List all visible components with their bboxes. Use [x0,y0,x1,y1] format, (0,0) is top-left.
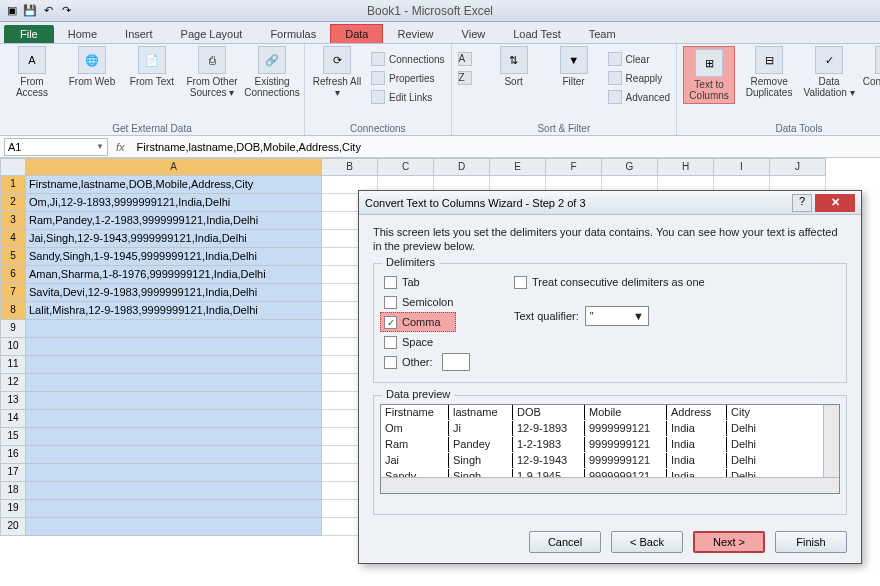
from-web-button[interactable]: 🌐From Web [66,46,118,98]
cell[interactable] [26,428,322,446]
from-text-button[interactable]: 📄From Text [126,46,178,98]
cell[interactable]: Firstname,lastname,DOB,Mobile,Address,Ci… [26,176,322,194]
cell[interactable] [26,464,322,482]
sort-az-button[interactable]: A [458,50,480,68]
col-header[interactable]: I [714,158,770,176]
text-qualifier-select[interactable]: "▼ [585,306,649,326]
cell[interactable] [26,320,322,338]
horizontal-scrollbar[interactable] [381,477,839,493]
cell[interactable] [26,518,322,536]
checkbox-icon[interactable] [384,356,397,369]
from-other-sources-button[interactable]: ⎙From Other Sources ▾ [186,46,238,98]
data-validation-button[interactable]: ✓Data Validation ▾ [803,46,855,104]
chevron-down-icon[interactable]: ▼ [633,310,644,322]
tab-review[interactable]: Review [383,25,447,43]
checkbox-icon[interactable] [514,276,527,289]
row-header[interactable]: 14 [0,410,26,428]
cell[interactable] [26,338,322,356]
col-header[interactable]: F [546,158,602,176]
clear-button[interactable]: Clear [608,50,670,68]
reapply-button[interactable]: Reapply [608,69,670,87]
checkbox-icon[interactable]: ✓ [384,316,397,329]
filter-button[interactable]: ▼Filter [548,46,600,106]
checkbox-icon[interactable] [384,276,397,289]
remove-duplicates-button[interactable]: ⊟Remove Duplicates [743,46,795,104]
cell[interactable]: Sandy,Singh,1-9-1945,9999999121,India,De… [26,248,322,266]
chevron-down-icon[interactable]: ▼ [96,142,104,151]
tab-formulas[interactable]: Formulas [256,25,330,43]
col-header[interactable]: J [770,158,826,176]
save-icon[interactable]: 💾 [22,3,38,19]
properties-button[interactable]: Properties [371,69,445,87]
cancel-button[interactable]: Cancel [529,531,601,553]
row-header[interactable]: 1 [0,176,26,194]
space-checkbox-row[interactable]: Space [384,332,836,352]
tab-view[interactable]: View [448,25,500,43]
other-delimiter-input[interactable] [442,353,470,371]
connections-button[interactable]: Connections [371,50,445,68]
row-header[interactable]: 15 [0,428,26,446]
tab-load-test[interactable]: Load Test [499,25,575,43]
next-button[interactable]: Next > [693,531,765,553]
advanced-button[interactable]: Advanced [608,88,670,106]
col-header[interactable]: D [434,158,490,176]
col-header[interactable]: G [602,158,658,176]
row-header[interactable]: 11 [0,356,26,374]
col-header[interactable]: B [322,158,378,176]
col-header[interactable]: E [490,158,546,176]
col-header[interactable]: C [378,158,434,176]
cell[interactable] [26,392,322,410]
row-header[interactable]: 17 [0,464,26,482]
back-button[interactable]: < Back [611,531,683,553]
close-button[interactable]: ✕ [815,194,855,212]
fx-icon[interactable]: fx [116,141,125,153]
row-header[interactable]: 7 [0,284,26,302]
row-header[interactable]: 18 [0,482,26,500]
other-checkbox-row[interactable]: Other: [384,352,836,372]
tab-insert[interactable]: Insert [111,25,167,43]
col-header[interactable]: A [26,158,322,176]
sort-button[interactable]: ⇅Sort [488,46,540,106]
redo-icon[interactable]: ↷ [58,3,74,19]
row-header[interactable]: 4 [0,230,26,248]
col-header[interactable]: H [658,158,714,176]
checkbox-icon[interactable] [384,336,397,349]
tab-page-layout[interactable]: Page Layout [167,25,257,43]
select-all-corner[interactable] [0,158,26,176]
cell[interactable] [26,374,322,392]
existing-connections-button[interactable]: 🔗Existing Connections [246,46,298,98]
cell[interactable]: Lalit,Mishra,12-9-1983,9999999121,India,… [26,302,322,320]
cell[interactable] [26,410,322,428]
row-header[interactable]: 6 [0,266,26,284]
text-to-columns-button[interactable]: ⊞Text to Columns [683,46,735,104]
checkbox-icon[interactable] [384,296,397,309]
undo-icon[interactable]: ↶ [40,3,56,19]
comma-checkbox-row[interactable]: ✓Comma [380,312,456,332]
name-box[interactable]: A1▼ [4,138,108,156]
cell[interactable]: Om,Ji,12-9-1893,9999999121,India,Delhi [26,194,322,212]
formula-value[interactable]: Firstname,lastname,DOB,Mobile,Address,Ci… [133,141,880,153]
finish-button[interactable]: Finish [775,531,847,553]
row-header[interactable]: 16 [0,446,26,464]
help-button[interactable]: ? [792,194,812,212]
cell[interactable]: Jai,Singh,12-9-1943,9999999121,India,Del… [26,230,322,248]
from-access-button[interactable]: AFrom Access [6,46,58,98]
row-header[interactable]: 5 [0,248,26,266]
row-header[interactable]: 13 [0,392,26,410]
row-header[interactable]: 12 [0,374,26,392]
sort-za-button[interactable]: Z [458,69,480,87]
cell[interactable] [26,446,322,464]
vertical-scrollbar[interactable] [823,405,839,479]
row-header[interactable]: 8 [0,302,26,320]
row-header[interactable]: 3 [0,212,26,230]
cell[interactable]: Ram,Pandey,1-2-1983,9999999121,India,Del… [26,212,322,230]
edit-links-button[interactable]: Edit Links [371,88,445,106]
cell[interactable] [26,500,322,518]
tab-data[interactable]: Data [330,24,383,43]
row-header[interactable]: 19 [0,500,26,518]
tab-team[interactable]: Team [575,25,630,43]
tab-file[interactable]: File [4,25,54,43]
row-header[interactable]: 10 [0,338,26,356]
row-header[interactable]: 20 [0,518,26,536]
tab-home[interactable]: Home [54,25,111,43]
